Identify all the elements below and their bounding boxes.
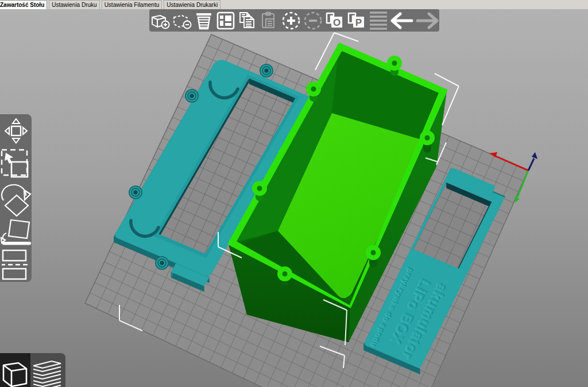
svg-text:P: P <box>355 17 362 28</box>
svg-text:O: O <box>333 17 341 28</box>
